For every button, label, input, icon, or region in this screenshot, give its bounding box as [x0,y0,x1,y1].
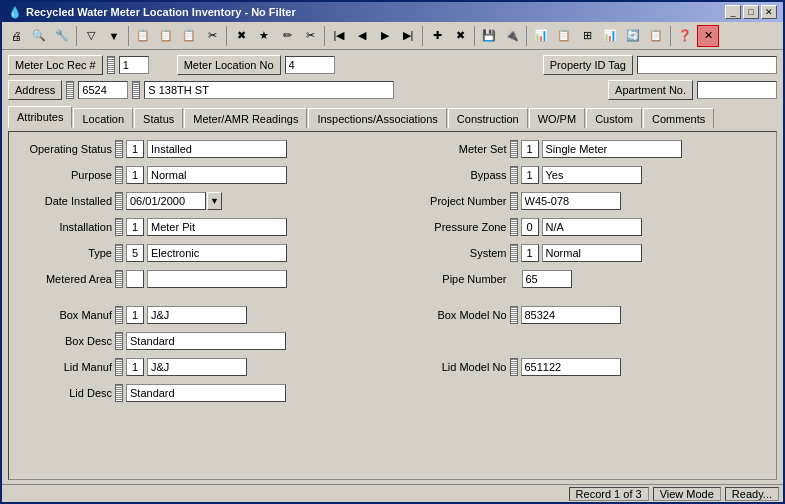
purpose-value[interactable] [147,166,287,184]
address-input2[interactable] [144,81,394,99]
property-id-tag-input[interactable] [637,56,777,74]
last-button[interactable]: ▶| [397,25,419,47]
date-dropdown-button[interactable]: ▼ [207,192,222,210]
edit-button[interactable]: ✏ [276,25,298,47]
lid-model-no-value[interactable] [521,358,621,376]
title-bar: 💧 Recycled Water Meter Location Inventor… [2,2,783,22]
chart1-button[interactable]: 📊 [530,25,552,47]
meter-location-no-input[interactable] [285,56,335,74]
remove-button[interactable]: ✖ [449,25,471,47]
header-row2: Address Apartment No. [8,79,777,101]
tab-comments[interactable]: Comments [643,108,714,128]
metered-area-value[interactable] [147,270,287,288]
connect-button[interactable]: 🔌 [501,25,523,47]
tab-attributes[interactable]: Attributes [8,106,72,128]
grip-os [115,140,123,158]
box-manuf-value[interactable] [147,306,247,324]
date-installed-label: Date Installed [17,195,112,207]
type-value[interactable] [147,244,287,262]
tab-construction[interactable]: Construction [448,108,528,128]
lid-manuf-value[interactable] [147,358,247,376]
tabs: Attributes Location Status Meter/AMR Rea… [8,106,777,128]
operating-status-value[interactable] [147,140,287,158]
list-button[interactable]: 📋 [553,25,575,47]
grip-pz [510,218,518,236]
preview-button[interactable]: 🔍 [28,25,50,47]
sep1 [76,26,77,46]
add-button[interactable]: ✚ [426,25,448,47]
system-code[interactable] [521,244,539,262]
pipe-number-value[interactable] [522,270,572,288]
box-desc-value[interactable] [126,332,286,350]
pressure-zone-value[interactable] [542,218,642,236]
filter-drop[interactable]: ▼ [103,25,125,47]
close-button[interactable]: ✕ [761,5,777,19]
print-button[interactable]: 🖨 [5,25,27,47]
first-button[interactable]: |◀ [328,25,350,47]
box-model-no-value[interactable] [521,306,621,324]
report-button[interactable]: 📋 [645,25,667,47]
delete-button[interactable]: ✖ [230,25,252,47]
minimize-button[interactable]: _ [725,5,741,19]
maximize-button[interactable]: □ [743,5,759,19]
tab-meter-amr[interactable]: Meter/AMR Readings [184,108,307,128]
apartment-no-input[interactable] [697,81,777,99]
exit-button[interactable]: ✕ [697,25,719,47]
next-button[interactable]: ▶ [374,25,396,47]
pressure-zone-label: Pressure Zone [397,221,507,233]
grip-pn [510,192,518,210]
save-button[interactable]: 💾 [478,25,500,47]
star-button[interactable]: ★ [253,25,275,47]
system-value[interactable] [542,244,642,262]
address-input1[interactable] [78,81,128,99]
installation-value[interactable] [147,218,287,236]
grip-ms [510,140,518,158]
separator [17,294,768,300]
tab-status[interactable]: Status [134,108,183,128]
refresh-button[interactable]: 🔄 [622,25,644,47]
box-right-col: Box Model No Lid Model No [397,304,769,404]
box-filler-row [397,330,769,352]
grip-ty [115,244,123,262]
grip-sy [510,244,518,262]
metered-area-code[interactable] [126,270,144,288]
meter-loc-rec-label: Meter Loc Rec # [8,55,103,75]
installation-code[interactable] [126,218,144,236]
box-desc-label: Box Desc [17,335,112,347]
meter-set-code[interactable] [521,140,539,158]
sep3 [226,26,227,46]
box-manuf-code[interactable] [126,306,144,324]
grid-button[interactable]: ⊞ [576,25,598,47]
lid-manuf-label: Lid Manuf [17,361,112,373]
tab-custom[interactable]: Custom [586,108,642,128]
panel-columns: Operating Status Purpose Date Installed [17,138,768,290]
operating-status-row: Operating Status [17,138,389,160]
type-row: Type [17,242,389,264]
scissors-button[interactable]: ✂ [299,25,321,47]
pressure-zone-code[interactable] [521,218,539,236]
filter-button[interactable]: ▽ [80,25,102,47]
meter-loc-rec-input[interactable] [119,56,149,74]
tab-location[interactable]: Location [73,108,133,128]
copy1-button[interactable]: 📋 [132,25,154,47]
cut-button[interactable]: ✂ [201,25,223,47]
help-button[interactable]: ❓ [674,25,696,47]
bypass-code[interactable] [521,166,539,184]
operating-status-code[interactable] [126,140,144,158]
purpose-code[interactable] [126,166,144,184]
meter-set-value[interactable] [542,140,682,158]
type-code[interactable] [126,244,144,262]
tab-wopm[interactable]: WO/PM [529,108,586,128]
lid-manuf-code[interactable] [126,358,144,376]
copy3-button[interactable]: 📋 [178,25,200,47]
view-mode-status: View Mode [653,487,721,501]
chart2-button[interactable]: 📊 [599,25,621,47]
lid-desc-value[interactable] [126,384,286,402]
prev-button[interactable]: ◀ [351,25,373,47]
project-number-value[interactable] [521,192,621,210]
tab-inspections[interactable]: Inspections/Associations [308,108,446,128]
bypass-value[interactable] [542,166,642,184]
tools-button[interactable]: 🔧 [51,25,73,47]
date-installed-input[interactable] [126,192,206,210]
copy2-button[interactable]: 📋 [155,25,177,47]
